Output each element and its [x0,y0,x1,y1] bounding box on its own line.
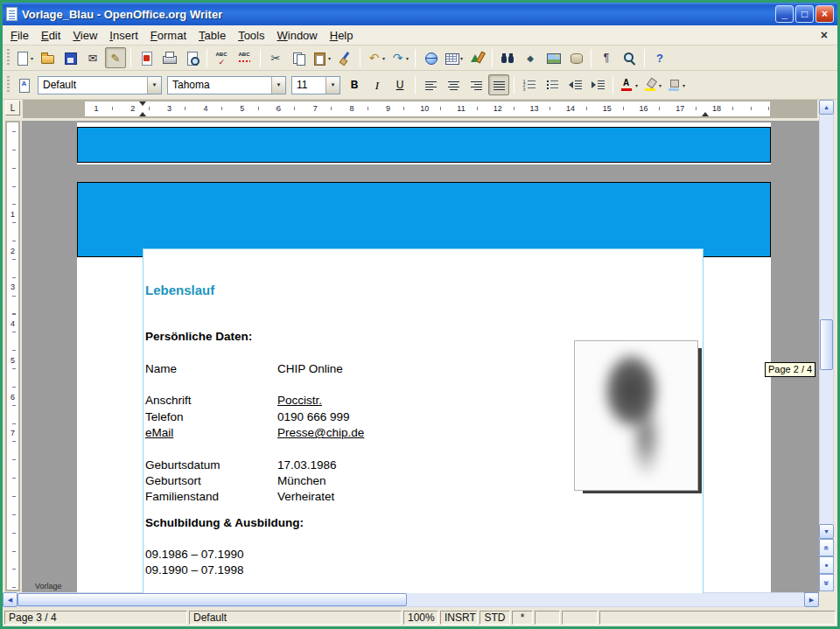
redo-button[interactable]: ↷▾ [388,47,410,68]
justify-button[interactable] [488,74,509,95]
dropdown-arrow-icon[interactable]: ▾ [682,82,685,88]
underline-button[interactable]: U [389,74,410,95]
paragraph-style-value[interactable]: Default [38,79,147,91]
menu-item-format[interactable]: Format [144,26,192,45]
align-right-button[interactable] [466,74,486,95]
numbering-button[interactable] [519,74,540,95]
dropdown-arrow-icon[interactable]: ▾ [31,55,33,61]
paragraph-style-combobox[interactable]: Default [38,76,162,94]
format-paintbrush-button[interactable] [334,47,355,68]
combo-dropdown-icon[interactable] [147,77,161,94]
horizontal-scroll-thumb[interactable] [18,593,407,606]
page-preview-button[interactable] [181,47,202,68]
minimize-button[interactable]: _ [775,5,794,23]
bullets-button[interactable] [542,74,563,95]
open-button[interactable] [37,47,58,68]
font-name-value[interactable]: Tahoma [168,79,271,91]
spellcheck-button[interactable] [212,47,233,68]
toolbar-grip[interactable] [7,49,10,66]
email-button[interactable]: ✉ [82,47,103,68]
export-pdf-button[interactable] [136,47,157,68]
copy-button[interactable] [288,47,309,68]
next-page-button[interactable]: » [819,574,834,591]
horizontal-scrollbar[interactable]: ◀ ▶ [3,592,819,607]
combo-dropdown-icon[interactable] [271,77,285,94]
menu-item-edit[interactable]: Edit [35,26,66,45]
status-insert-mode[interactable]: INSRT [440,611,478,625]
zoom-button[interactable] [619,47,640,68]
status-page-style[interactable]: Default [189,611,402,625]
menu-item-help[interactable]: Help [324,26,360,45]
gallery-button[interactable] [542,47,564,68]
increase-indent-button[interactable] [587,74,608,95]
vertical-scrollbar[interactable]: ▲ ▼ « • » [819,100,834,591]
navigator-button[interactable]: ◆ [520,47,541,68]
combo-dropdown-icon[interactable] [326,77,340,94]
vertical-scroll-track[interactable] [819,115,834,524]
align-center-button[interactable] [443,74,464,95]
dropdown-arrow-icon[interactable]: ▾ [659,82,662,88]
page-current[interactable]: Lebenslauf Persönliche Daten: NameCHIP O… [77,182,771,593]
navigation-dot-button[interactable]: • [819,556,834,574]
photo-placeholder[interactable] [574,340,698,491]
status-hyperlink-mode[interactable]: * [512,611,533,625]
dropdown-arrow-icon[interactable]: ▾ [635,82,638,88]
dropdown-arrow-icon[interactable]: ▾ [328,55,331,61]
help-button[interactable]: ? [649,47,670,68]
highlighting-button[interactable]: ▾ [641,74,663,95]
styles-window-button[interactable] [13,74,34,95]
insert-table-button[interactable]: ▾ [443,47,465,68]
save-button[interactable] [60,47,80,68]
status-cell[interactable] [535,611,560,625]
close-button[interactable]: × [816,5,834,23]
autospellcheck-button[interactable] [234,47,256,68]
menu-item-window[interactable]: Window [270,26,323,45]
status-selection-mode[interactable]: STD [480,611,510,625]
status-cell[interactable] [599,611,836,625]
title-bar[interactable]: Vorlage_Blau - OpenOffice.org Writer _□× [3,3,837,25]
status-page[interactable]: Page 3 / 4 [4,611,187,625]
menu-item-tools[interactable]: Tools [232,26,270,45]
first-line-indent-marker[interactable] [139,101,146,106]
maximize-button[interactable]: □ [795,5,814,23]
dropdown-arrow-icon[interactable]: ▾ [406,55,409,61]
undo-button[interactable]: ↶▾ [365,47,387,68]
font-color-button[interactable]: ▾ [618,74,640,95]
new-document-button[interactable]: ▾ [13,47,35,68]
scroll-left-button[interactable]: ◀ [3,592,18,607]
hanging-indent-marker[interactable] [139,112,146,116]
background-color-button[interactable]: ▾ [665,74,687,95]
font-name-combobox[interactable]: Tahoma [167,76,286,94]
menu-item-table[interactable]: Table [192,26,232,45]
right-indent-marker[interactable] [702,112,709,116]
menu-item-file[interactable]: File [4,26,35,45]
paste-button[interactable]: ▾ [311,47,332,68]
data-sources-button[interactable] [565,47,586,68]
font-size-combobox[interactable]: 11 [291,76,340,94]
draw-functions-button[interactable] [466,47,487,68]
vertical-ruler[interactable]: 1234567 [5,121,20,591]
horizontal-scroll-track[interactable] [18,592,804,607]
scroll-down-button[interactable]: ▼ [819,524,834,539]
vertical-scroll-thumb[interactable] [820,319,833,370]
align-left-button[interactable] [420,74,441,95]
italic-button[interactable]: I [367,74,388,95]
previous-page-button[interactable]: « [819,539,834,556]
dropdown-arrow-icon[interactable]: ▾ [460,55,463,61]
cut-button[interactable]: ✂ [265,47,286,68]
toolbar-grip[interactable] [7,76,10,94]
nonprinting-chars-button[interactable]: ¶ [596,47,617,68]
font-size-value[interactable]: 11 [292,79,326,91]
hyperlink-button[interactable] [420,47,441,68]
horizontal-ruler[interactable]: 123456789101112131415161718 [23,100,817,118]
bold-button[interactable]: B [344,74,365,95]
menu-item-insert[interactable]: Insert [103,26,144,45]
status-cell[interactable] [562,611,598,625]
print-button[interactable] [158,47,179,68]
edit-file-button[interactable]: ✎ [105,47,126,68]
tab-stop-selector[interactable]: L [5,101,20,115]
document-close-icon[interactable] [813,28,836,42]
find-replace-button[interactable] [497,47,518,68]
decrease-indent-button[interactable] [564,74,585,95]
dropdown-arrow-icon[interactable]: ▾ [382,55,385,61]
